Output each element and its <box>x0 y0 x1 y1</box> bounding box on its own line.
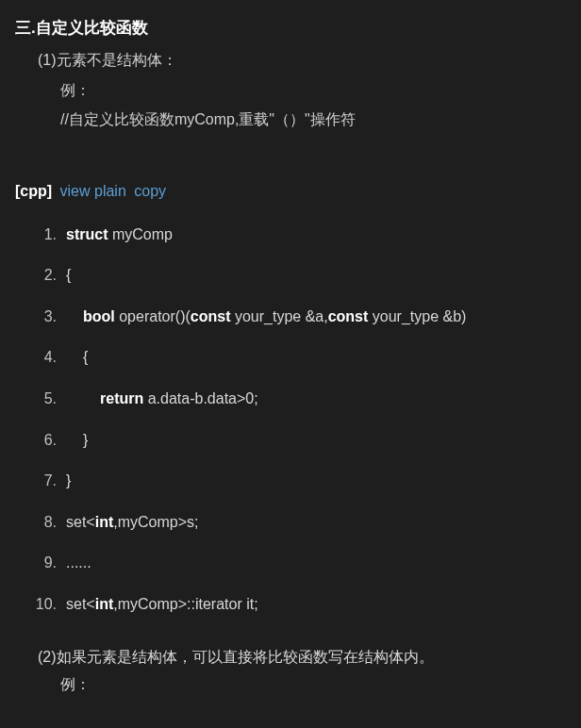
code-block: 1. struct myComp 2. { 3. bool operator()… <box>30 223 566 617</box>
line-number: 6. <box>30 428 57 453</box>
code-text: struct myComp <box>66 223 173 247</box>
code-text: { <box>66 263 71 288</box>
code-line: 2. { <box>30 263 566 288</box>
code-line: 5. return a.data-b.data>0; <box>30 387 566 411</box>
code-text: set<int,myComp>::iterator it; <box>66 592 258 617</box>
line-number: 9. <box>30 551 57 575</box>
code-line: 10. set<int,myComp>::iterator it; <box>30 592 566 617</box>
code-line: 1. struct myComp <box>30 223 566 247</box>
code-line: 3. bool operator()(const your_type &a,co… <box>30 305 566 329</box>
code-line: 7. } <box>30 469 566 493</box>
line-number: 3. <box>30 305 57 329</box>
subsection-2: (2)如果元素是结构体，可以直接将比较函数写在结构体内。 <box>38 645 566 670</box>
code-text: set<int,myComp>s; <box>66 510 198 535</box>
code-lang-label: [cpp] <box>15 183 52 199</box>
code-text: ...... <box>66 551 91 575</box>
example-label: 例： <box>60 78 566 103</box>
example-label-2: 例： <box>60 672 566 697</box>
line-number: 4. <box>30 345 57 370</box>
section-title: 三.自定义比较函数 <box>15 15 566 41</box>
copy-link[interactable]: copy <box>134 183 166 199</box>
code-header: [cpp] view plain copy <box>15 179 566 204</box>
line-number: 10. <box>30 592 57 617</box>
code-line: 9. ...... <box>30 551 566 575</box>
code-text: return a.data-b.data>0; <box>66 387 258 411</box>
line-number: 5. <box>30 387 57 411</box>
comment-line: //自定义比较函数myComp,重载"（）"操作符 <box>60 108 566 132</box>
line-number: 8. <box>30 510 57 535</box>
code-line: 8. set<int,myComp>s; <box>30 510 566 535</box>
code-line: 4. { <box>30 345 566 370</box>
code-line: 6. } <box>30 428 566 453</box>
code-text: } <box>66 428 88 453</box>
line-number: 1. <box>30 223 57 247</box>
code-text: { <box>66 345 88 370</box>
line-number: 2. <box>30 263 57 288</box>
code-text: } <box>66 469 71 493</box>
view-plain-link[interactable]: view plain <box>60 183 126 199</box>
subsection-1: (1)元素不是结构体： <box>38 48 566 73</box>
code-text: bool operator()(const your_type &a,const… <box>66 305 466 329</box>
line-number: 7. <box>30 469 57 493</box>
